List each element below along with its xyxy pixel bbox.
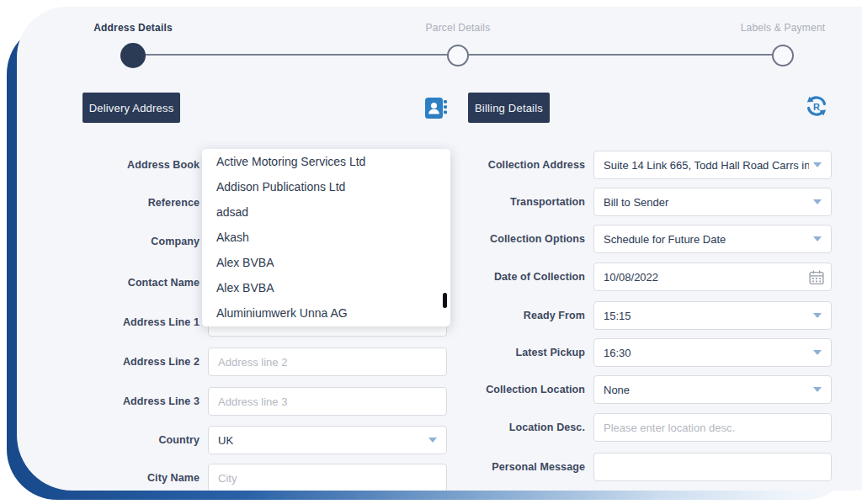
personal-message-input[interactable]	[594, 454, 831, 480]
dropdown-scrollbar-thumb[interactable]	[443, 293, 447, 308]
calendar-icon[interactable]	[808, 269, 825, 289]
field-label: Date of Collection	[438, 271, 585, 283]
field-label: Transportation	[438, 196, 585, 208]
field-label: Country	[17, 434, 200, 446]
dropdown-item[interactable]: Alex BVBA	[202, 250, 450, 275]
ready-from-select[interactable]: 15:15	[593, 301, 832, 330]
city-name-input[interactable]	[209, 464, 446, 491]
dropdown-item[interactable]: adsad	[202, 199, 450, 225]
field-label: City Name	[17, 472, 200, 484]
field-label: Address Book	[17, 159, 200, 171]
address-line-2-input[interactable]	[209, 348, 446, 375]
country-select[interactable]: UK	[208, 426, 447, 454]
dropdown-item[interactable]: Aluminiumwerk Unna AG	[202, 300, 450, 326]
field-label: Latest Pickup	[438, 347, 585, 358]
collection-location-select[interactable]: None	[593, 375, 832, 404]
field-label: Collection Address	[438, 159, 585, 171]
field-label: Collection Location	[438, 384, 585, 395]
collection-form: Collection Address Suite 14 Link 665, To…	[438, 7, 849, 491]
chevron-down-icon	[813, 199, 822, 204]
dropdown-item[interactable]: Alex BVBA	[202, 275, 450, 300]
form-row-country: Country UK	[17, 426, 447, 454]
field-label: Personal Message	[438, 461, 585, 473]
location-desc-input[interactable]	[594, 414, 831, 441]
chevron-down-icon	[813, 387, 822, 392]
latest-pickup-select[interactable]: 16:30	[593, 338, 832, 367]
form-row-location-desc: Location Desc.	[438, 413, 849, 442]
field-label: Contact Name	[17, 277, 200, 289]
form-row-collection-address: Collection Address Suite 14 Link 665, To…	[438, 151, 849, 179]
field-label: Reference	[17, 197, 200, 209]
dropdown-item[interactable]: Akash	[202, 225, 450, 250]
field-label: Ready From	[438, 310, 585, 321]
form-row-address-line-3: Address Line 3	[17, 387, 447, 416]
form-row-city-name: City Name	[17, 464, 447, 491]
field-label: Collection Options	[438, 233, 585, 245]
form-row-collection-options: Collection Options Schedule for Future D…	[438, 225, 849, 253]
chevron-down-icon	[813, 236, 822, 241]
form-row-latest-pickup: Latest Pickup 16:30	[438, 338, 849, 367]
form-row-address-line-2: Address Line 2	[17, 347, 447, 376]
field-label: Address Line 2	[17, 356, 200, 368]
field-label: Location Desc.	[438, 422, 585, 433]
chevron-down-icon	[813, 350, 822, 355]
chevron-down-icon	[813, 162, 822, 167]
form-card: Address Details Parcel Details Labels & …	[17, 7, 862, 491]
date-of-collection-field[interactable]: 10/08/2022	[593, 263, 832, 291]
page: Address Details Parcel Details Labels & …	[0, 0, 862, 504]
collection-address-select[interactable]: Suite 14 Link 665, Todd Hall Road Carrs …	[593, 151, 832, 179]
form-row-ready-from: Ready From 15:15	[438, 301, 849, 330]
form-row-date-of-collection: Date of Collection 10/08/2022	[438, 263, 849, 291]
dropdown-item[interactable]: Addison Publications Ltd	[202, 174, 450, 199]
field-label: Company	[17, 236, 200, 247]
field-label: Address Line 3	[17, 395, 200, 407]
collection-options-select[interactable]: Schedule for Future Date	[593, 225, 832, 253]
form-row-transportation: Transportation Bill to Sender	[438, 188, 849, 216]
chevron-down-icon	[428, 438, 437, 443]
form-row-personal-message: Personal Message	[438, 453, 849, 481]
address-book-dropdown: Active Motoring Services Ltd Addison Pub…	[202, 149, 450, 326]
address-line-3-input[interactable]	[209, 388, 446, 415]
form-row-collection-location: Collection Location None	[438, 375, 849, 404]
field-label: Address Line 1	[17, 316, 200, 328]
dropdown-item[interactable]: Active Motoring Services Ltd	[202, 149, 450, 174]
chevron-down-icon	[813, 313, 822, 318]
transportation-select[interactable]: Bill to Sender	[593, 188, 832, 216]
